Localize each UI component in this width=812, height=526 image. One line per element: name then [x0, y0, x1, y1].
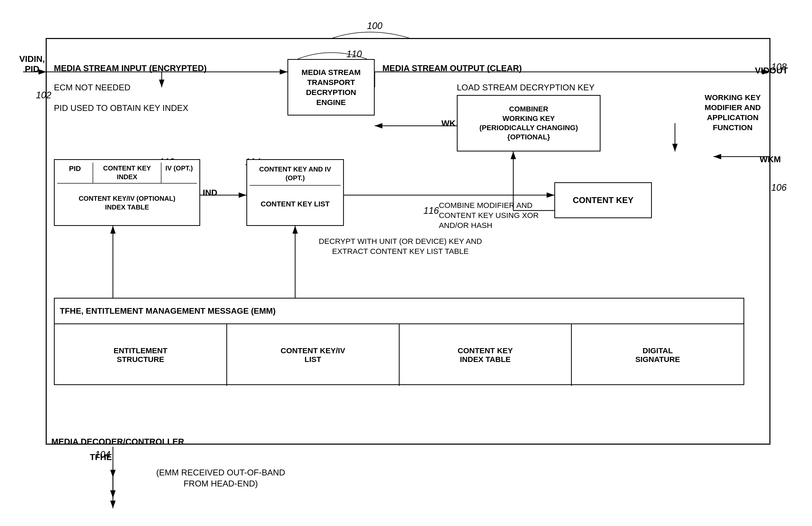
- ref-102: 102: [36, 90, 51, 101]
- ecm-not-needed-label: ECM NOT NEEDED: [54, 82, 234, 93]
- vidin-pid-label: VIDIN,PID: [18, 54, 46, 74]
- content-key-list-label: CONTENT KEY LIST: [261, 186, 330, 223]
- emm-header: TFHE, ENTITLEMENT MANAGEMENT MESSAGE (EM…: [55, 299, 743, 324]
- wk-label: WK: [441, 118, 455, 129]
- content-key-box: CONTENT KEY: [554, 182, 652, 218]
- pid-key-index-label: PID USED TO OBTAIN KEY INDEX: [54, 103, 259, 114]
- index-table-label: CONTENT KEY/IV (OPTIONAL)INDEX TABLE: [57, 184, 197, 223]
- decrypt-unit-label: DECRYPT WITH UNIT (OR DEVICE) KEY ANDEXT…: [246, 236, 554, 256]
- working-key-modifier-label: WORKING KEYMODIFIER ANDAPPLICATIONFUNCTI…: [703, 93, 762, 132]
- pid-cell: PID: [57, 162, 93, 183]
- tfhe-arrow: [103, 472, 123, 511]
- ind-label: IND: [203, 187, 217, 198]
- content-key-index-table-cell: CONTENT KEYINDEX TABLE: [400, 324, 572, 386]
- content-key-list-box: CONTENT KEY AND IV (OPT.) CONTENT KEY LI…: [246, 159, 344, 226]
- media-stream-output-label: MEDIA STREAM OUTPUT (CLEAR): [382, 63, 639, 74]
- load-stream-key-label: LOAD STREAM DECRYPTION KEY: [457, 82, 688, 93]
- emm-table: TFHE, ENTITLEMENT MANAGEMENT MESSAGE (EM…: [54, 298, 744, 385]
- emm-received-label: (EMM RECEIVED OUT-OF-BANDFROM HEAD-END): [131, 467, 310, 489]
- digital-signature-cell: DIGITALSIGNATURE: [572, 324, 743, 386]
- vidout-label: VIDOUT: [755, 66, 788, 75]
- tfhe-label: TFHE: [90, 452, 112, 463]
- entitlement-structure-cell: ENTITLEMENTSTRUCTURE: [55, 324, 227, 386]
- content-key-index-cell: CONTENT KEY INDEX: [93, 162, 161, 183]
- ref-106: 106: [771, 182, 787, 193]
- engine-box: MEDIA STREAMTRANSPORT DECRYPTIONENGINE: [287, 59, 375, 115]
- ref-110: 110: [346, 49, 362, 59]
- diagram-container: 100 102 104 106 108 110 112 114 116 VIDI…: [15, 15, 796, 503]
- content-key-list-header: CONTENT KEY AND IV (OPT.): [250, 162, 340, 186]
- index-table-box: PID CONTENT KEY INDEX IV (OPT.) CONTENT …: [54, 159, 200, 226]
- combiner-box: COMBINERWORKING KEY(PERIODICALLY CHANGIN…: [457, 95, 600, 152]
- iv-opt-cell: IV (OPT.): [161, 162, 197, 183]
- content-key-iv-list-cell: CONTENT KEY/IVLIST: [227, 324, 400, 386]
- media-decoder-label: MEDIA DECODER/CONTROLLER: [51, 437, 184, 447]
- wkm-label: WKM: [760, 154, 781, 165]
- ref-100: 100: [367, 20, 382, 31]
- media-stream-input-label: MEDIA STREAM INPUT (ENCRYPTED): [54, 63, 259, 74]
- ref-116: 116: [423, 205, 439, 216]
